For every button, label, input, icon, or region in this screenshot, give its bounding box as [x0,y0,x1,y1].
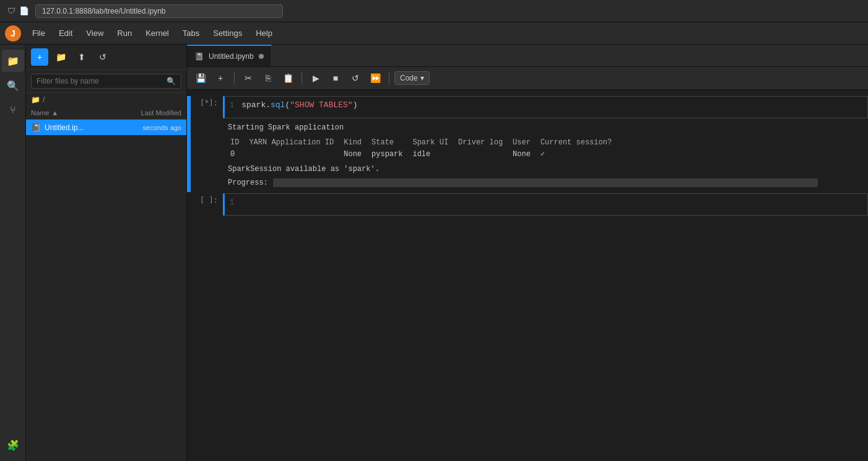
save-button[interactable]: 💾 [192,69,209,87]
cell-state: idle [410,148,456,160]
cell-type-arrow-icon: ▾ [420,74,424,82]
tab-dirty-indicator [259,54,264,59]
cell-id: 0 [228,148,246,160]
col-kind: Kind [341,137,369,148]
cell-2-inner: [ ]: 1 [191,193,868,216]
file-name-label: Untitled.ip... [45,123,116,132]
toolbar-separator-2 [302,72,302,84]
menu-help[interactable]: Help [250,26,279,40]
cell-current-session: ✓ [538,148,619,160]
progress-bar-outer [273,178,818,187]
url-bar[interactable]: 127.0.0.1:8888/lab/tree/Untitled.ipynb [35,4,283,18]
notebook-area: 📓 Untitled.ipynb 💾 + ✂ ⎘ 📋 ▶ ■ ↺ ⏩ [187,45,868,461]
col-yarn: YARN Application ID [246,137,341,148]
copy-button[interactable]: ⎘ [259,69,277,87]
sidebar-btn-extensions[interactable]: 🧩 [2,434,24,456]
code-line-num-2: 1 [230,198,234,207]
file-path: 📁 / [26,93,186,107]
paste-button[interactable]: 📋 [279,69,297,87]
cut-button[interactable]: ✂ [240,69,257,87]
col-sparkui: Spark UI [410,137,456,148]
shield-icon: 🛡 [7,6,15,15]
code-paren-close: ) [353,100,358,110]
app-container: J File Edit View Run Kernel Tabs Setting… [0,22,868,461]
new-launcher-button[interactable]: + [31,48,48,66]
menu-settings[interactable]: Settings [207,26,248,40]
cell-1: [*]: 1spark.sql("SHOW TABLES") Starting … [187,96,868,192]
run-button[interactable]: ▶ [307,69,324,87]
cell-1-inner: [*]: 1spark.sql("SHOW TABLES") Starting … [191,96,868,192]
path-label: / [43,95,45,104]
cell-kind: None [341,148,369,160]
browser-chrome: 🛡 📄 127.0.0.1:8888/lab/tree/Untitled.ipy… [0,0,868,22]
notebook-tab[interactable]: 📓 Untitled.ipynb [187,45,272,66]
col-name-header[interactable]: Name ▲ [31,109,119,116]
restart-button[interactable]: ↺ [347,69,364,87]
cell-2: [ ]: 1 [187,193,868,216]
menu-tabs[interactable]: Tabs [176,26,206,40]
code-string: "SHOW TABLES" [290,100,352,110]
notebook-file-icon: 📓 [31,123,41,132]
file-list-header: Name ▲ Last Modified [26,107,186,120]
menu-file[interactable]: File [26,26,51,40]
file-search-container: 🔍 [31,74,181,89]
cell-1-output: Starting Spark application ID YARN Appli… [191,118,868,192]
menu-edit[interactable]: Edit [53,26,79,40]
cell-user: None [510,148,538,160]
sidebar-btn-files[interactable]: 📁 [2,50,24,72]
cell-2-prompt: [ ]: [191,193,223,216]
cell-2-code[interactable]: 1 [223,193,868,216]
sort-icon: ▲ [51,109,58,116]
progress-label: Progress: [228,178,268,187]
stop-button[interactable]: ■ [327,69,344,87]
icon-sidebar: 📁 🔍 ⑂ 🧩 [0,45,26,461]
menu-run[interactable]: Run [111,26,138,40]
table-header-row: ID YARN Application ID Kind State Spark … [228,137,619,148]
tab-label: Untitled.ipynb [209,52,254,61]
add-cell-button[interactable]: + [212,69,229,87]
menu-view[interactable]: View [80,26,110,40]
spark-table: ID YARN Application ID Kind State Spark … [228,137,619,160]
file-list: 📓 Untitled.ip... seconds ago [26,120,186,461]
col-current: Current session? [538,137,619,148]
file-panel-toolbar: + 📁 ⬆ ↺ [26,45,186,70]
cell-sparkui-val [456,148,510,160]
tab-bar: 📓 Untitled.ipynb [187,45,868,67]
cell-1-code[interactable]: 1spark.sql("SHOW TABLES") [223,96,868,118]
page-icon: 📄 [19,6,29,15]
toolbar-separator-1 [234,72,235,84]
browser-nav-icons: 🛡 📄 [7,6,29,15]
progress-row: Progress: [228,178,863,187]
search-icon: 🔍 [167,77,176,86]
file-panel: + 📁 ⬆ ↺ 🔍 📁 / Name ▲ [26,45,187,461]
file-search-row: 🔍 [26,70,186,93]
code-line-num: 1 [230,101,234,110]
code-sql: sql [271,100,285,110]
file-item[interactable]: 📓 Untitled.ip... seconds ago [26,120,186,135]
cell-yarn [246,148,341,160]
app-logo: J [5,25,21,42]
cell-2-input-row: [ ]: 1 [191,193,868,216]
file-modified-label: seconds ago [119,124,181,131]
tab-notebook-icon: 📓 [194,52,204,61]
restart-run-button[interactable]: ⏩ [367,69,384,87]
upload-button[interactable]: ⬆ [73,48,90,66]
notebook-toolbar: 💾 + ✂ ⎘ 📋 ▶ ■ ↺ ⏩ Code ▾ [187,67,868,90]
cell-type-selector[interactable]: Code ▾ [394,71,430,85]
new-folder-button[interactable]: 📁 [52,48,69,66]
col-modified-header: Last Modified [119,109,181,116]
file-search-input[interactable] [37,77,163,86]
menu-kernel[interactable]: Kernel [139,26,175,40]
table-row: 0 None pyspark idle None ✓ [228,148,619,160]
col-state: State [369,137,410,148]
cell-type-label: Code [400,74,418,82]
sidebar-btn-git[interactable]: ⑂ [2,99,24,121]
col-driverlog: Driver log [456,137,510,148]
cell-1-input-row: [*]: 1spark.sql("SHOW TABLES") [191,96,868,118]
toolbar-separator-3 [389,72,389,84]
sidebar-btn-search[interactable]: 🔍 [2,74,24,97]
cell-1-prompt: [*]: [191,96,223,118]
refresh-button[interactable]: ↺ [94,48,111,66]
main-layout: 📁 🔍 ⑂ 🧩 + 📁 ⬆ ↺ 🔍 [0,45,868,461]
folder-icon: 📁 [31,95,40,104]
